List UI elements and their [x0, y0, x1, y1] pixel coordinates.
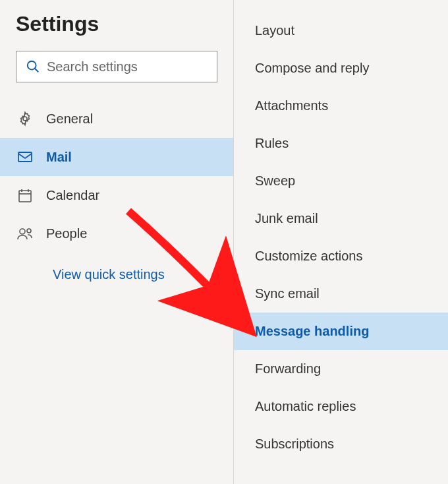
mail-icon — [17, 149, 33, 165]
subnav-item-label: Junk email — [255, 211, 318, 226]
settings-subnav: Layout Compose and reply Attachments Rul… — [234, 0, 448, 484]
page-title: Settings — [0, 12, 233, 51]
subnav-item-sync-email[interactable]: Sync email — [234, 275, 448, 313]
subnav-item-forwarding[interactable]: Forwarding — [234, 350, 448, 388]
subnav-item-rules[interactable]: Rules — [234, 125, 448, 162]
subnav-item-label: Attachments — [255, 98, 328, 113]
search-container — [16, 51, 217, 82]
view-quick-settings-link[interactable]: View quick settings — [0, 253, 233, 282]
search-box[interactable] — [16, 51, 217, 82]
svg-point-14 — [20, 229, 25, 234]
search-input[interactable] — [47, 59, 213, 75]
svg-rect-4 — [19, 191, 31, 202]
nav-item-general[interactable]: General — [0, 100, 233, 138]
nav-item-label: General — [46, 111, 93, 127]
subnav-item-label: Automatic replies — [255, 399, 356, 414]
nav-item-label: Calendar — [46, 188, 99, 203]
svg-line-1 — [35, 69, 39, 73]
subnav-item-label: Compose and reply — [255, 61, 369, 76]
svg-point-0 — [28, 61, 36, 70]
nav-item-mail[interactable]: Mail — [0, 138, 233, 176]
nav-item-people[interactable]: People — [0, 214, 233, 253]
subnav-item-label: Subscriptions — [255, 437, 334, 452]
subnav-item-layout[interactable]: Layout — [234, 12, 448, 49]
gear-icon — [17, 111, 33, 127]
svg-point-2 — [23, 117, 27, 121]
settings-sidebar: Settings General — [0, 0, 234, 484]
nav-item-label: Mail — [46, 150, 72, 165]
subnav-item-sweep[interactable]: Sweep — [234, 162, 448, 200]
subnav-list: Layout Compose and reply Attachments Rul… — [234, 12, 448, 463]
nav-item-label: People — [46, 226, 87, 241]
subnav-item-junk-email[interactable]: Junk email — [234, 200, 448, 237]
subnav-item-label: Message handling — [255, 324, 369, 339]
subnav-item-automatic-replies[interactable]: Automatic replies — [234, 388, 448, 425]
calendar-icon — [17, 187, 33, 203]
subnav-item-label: Customize actions — [255, 249, 362, 264]
settings-nav: General Mail — [0, 100, 233, 253]
search-icon — [26, 59, 40, 74]
nav-item-calendar[interactable]: Calendar — [0, 176, 233, 214]
subnav-item-label: Sweep — [255, 173, 295, 189]
subnav-item-label: Forwarding — [255, 361, 321, 377]
subnav-item-label: Sync email — [255, 286, 320, 301]
subnav-item-label: Rules — [255, 136, 289, 151]
svg-rect-3 — [18, 152, 32, 162]
subnav-item-label: Layout — [255, 23, 294, 38]
subnav-item-customize-actions[interactable]: Customize actions — [234, 237, 448, 275]
subnav-item-attachments[interactable]: Attachments — [234, 87, 448, 125]
people-icon — [17, 226, 33, 241]
subnav-item-compose-reply[interactable]: Compose and reply — [234, 49, 448, 87]
subnav-item-subscriptions[interactable]: Subscriptions — [234, 425, 448, 463]
svg-point-15 — [27, 229, 31, 233]
subnav-item-message-handling[interactable]: Message handling — [234, 313, 448, 350]
